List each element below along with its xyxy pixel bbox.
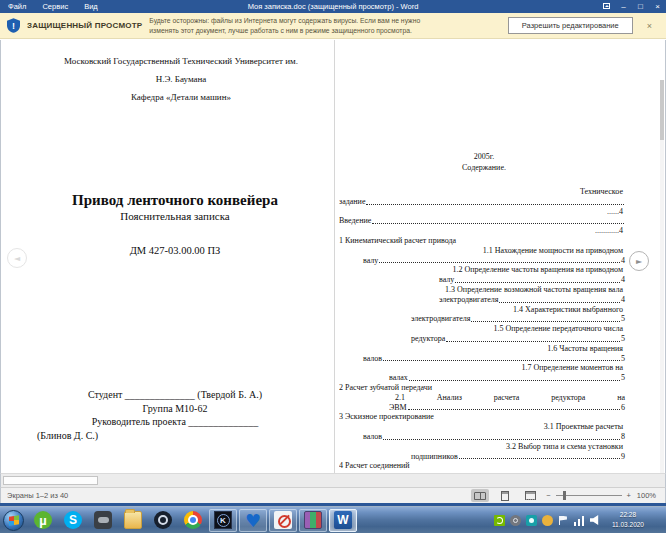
- university-line-1: Московский Государственный Технический У…: [31, 52, 331, 70]
- system-tray: 22:28 11.03.2020: [494, 510, 666, 530]
- department-line: Кафедра «Детали машин»: [31, 88, 331, 106]
- toc-entry-text: 3.2 Выбор типа и схема установки: [506, 442, 623, 451]
- close-button[interactable]: ×: [649, 0, 666, 13]
- nvidia-tray-icon[interactable]: [494, 515, 505, 526]
- zoom-level[interactable]: 100%: [636, 491, 656, 500]
- vertical-scrollbar-thumb[interactable]: [660, 80, 664, 140]
- toc-line: 2.1 Анализ расчета редуктора на: [339, 393, 629, 403]
- toc-line: ......4: [339, 207, 629, 217]
- taskbar-app-button[interactable]: W: [329, 509, 357, 532]
- toc-dot-leader: [409, 380, 620, 381]
- toc-entry-text: 2 Расчет зубчатой передачи: [339, 383, 432, 393]
- ribbon-display-options-button[interactable]: [598, 0, 615, 13]
- toc-line: 1.3 Определение возможной частоты вращен…: [339, 285, 629, 295]
- menu-item[interactable]: Вид: [76, 0, 106, 13]
- taskbar-app-button[interactable]: [119, 509, 147, 532]
- toc-line: 3.2 Выбор типа и схема установки: [339, 442, 629, 452]
- taskbar-app-button[interactable]: [149, 509, 177, 532]
- toc-line: 1.4 Характеристики выбранного: [339, 305, 629, 315]
- taskbar-app-button[interactable]: [179, 509, 207, 532]
- toc-dot-leader: [499, 302, 620, 303]
- volume-tray-icon[interactable]: [590, 515, 601, 526]
- year-line: 2005г.: [339, 151, 629, 162]
- start-button[interactable]: [3, 510, 24, 531]
- taskbar-app-button[interactable]: [89, 509, 117, 532]
- document-subtitle: Пояснительная записка: [19, 209, 331, 223]
- horizontal-scrollbar[interactable]: [0, 473, 666, 487]
- toc-line: задание: [339, 197, 629, 207]
- zoom-slider[interactable]: [556, 495, 622, 496]
- zoom-in-button[interactable]: +: [627, 491, 631, 500]
- toc-line: 2 Расчет зубчатой передачи: [339, 383, 629, 393]
- vertical-scrollbar[interactable]: [660, 80, 664, 513]
- toc-dot-leader: [366, 204, 624, 205]
- document-area: ◄ ► Московский Государственный Техническ…: [0, 40, 666, 473]
- network-tray-icon[interactable]: [574, 515, 585, 526]
- banner-close-icon[interactable]: ×: [640, 21, 659, 31]
- toc-line: ЭВМ 6: [339, 403, 629, 413]
- taskbar-apps: µ S: [28, 507, 358, 533]
- toc-dot-leader: [408, 409, 620, 410]
- protected-view-label: ЗАЩИЩЕННЫЙ ПРОСМОТР: [27, 21, 142, 30]
- pages-indicator: Экраны 1–2 из 40: [1, 491, 68, 500]
- ribbon-display-options-icon: [603, 3, 610, 9]
- toc-dot-leader: [471, 321, 620, 322]
- taskbar-app-button[interactable]: µ: [29, 509, 57, 532]
- minimize-button[interactable]: –: [615, 0, 632, 13]
- supervisor-name: (Блинов Д. С.): [19, 429, 331, 443]
- toc-entry-text: 1.4 Характеристики выбранного: [513, 305, 623, 314]
- toc-entry-text: ЭВМ: [389, 403, 407, 413]
- taskbar-app-button[interactable]: [299, 509, 327, 532]
- toc-entry-text: 1.6 Частоты вращения: [547, 344, 623, 353]
- maximize-button[interactable]: □: [632, 0, 649, 13]
- taskbar-clock[interactable]: 22:28 11.03.2020: [612, 510, 644, 530]
- action-center-flag-icon[interactable]: [558, 515, 569, 526]
- toc-heading: Содержание.: [339, 162, 629, 173]
- toc-entry-text: ......4: [607, 207, 623, 216]
- toc-line: валу 4: [339, 256, 629, 266]
- messenger-tray-icon[interactable]: [526, 515, 537, 526]
- horizontal-scrollbar-thumb[interactable]: [3, 476, 98, 485]
- print-layout-icon: [501, 491, 509, 501]
- print-layout-button[interactable]: [496, 489, 514, 502]
- read-mode-button[interactable]: [471, 489, 489, 502]
- toc-entry-text: 1.3 Определение возможной частоты вращен…: [445, 285, 623, 294]
- toc-entry-text: валов: [363, 354, 382, 364]
- steam-tray-icon[interactable]: [510, 515, 521, 526]
- toc-dot-leader: [379, 262, 620, 263]
- toc-line: валов 5: [339, 354, 629, 364]
- menu-item[interactable]: Файл: [0, 0, 34, 13]
- zoom-slider-thumb[interactable]: [563, 491, 566, 500]
- page-divider: [334, 40, 335, 473]
- toc-page-number: 6: [621, 403, 625, 413]
- taskbar-app-button[interactable]: ♥: [239, 509, 267, 532]
- windows-logo-icon: [9, 515, 19, 525]
- menu-item[interactable]: Сервис: [34, 0, 76, 13]
- toc-entry-text: валах: [389, 373, 408, 383]
- toc-line: подшипников 9: [339, 452, 629, 462]
- taskbar-app-button[interactable]: K: [209, 509, 237, 532]
- taskbar-app-button[interactable]: S: [59, 509, 87, 532]
- clock-time: 22:28: [612, 510, 644, 520]
- next-screen-button[interactable]: ►: [629, 251, 649, 271]
- toc-line: Техническое: [339, 187, 629, 197]
- status-bar: Экраны 1–2 из 40 − + 100%: [0, 487, 666, 503]
- taskbar-app-button[interactable]: [269, 509, 297, 532]
- toc-entry-text: Введение: [339, 216, 371, 226]
- read-mode-icon: [474, 492, 486, 500]
- toc-line: 3 Эскизное проектирование: [339, 412, 629, 422]
- toc-page-number: 4: [621, 256, 625, 266]
- toc-entry-text: валу: [363, 256, 378, 266]
- zoom-out-button[interactable]: −: [546, 491, 550, 500]
- file-explorer-icon: [124, 511, 142, 529]
- toc-page-number: 9: [621, 452, 625, 462]
- shield-icon: !: [7, 18, 20, 33]
- title-bar: Файл Сервис Вид Моя записка.doc (защищен…: [0, 0, 666, 13]
- web-layout-button[interactable]: [521, 489, 539, 502]
- toc-line: 1 Кинематический расчет привода: [339, 236, 629, 246]
- update-tray-icon[interactable]: [542, 515, 553, 526]
- toc-page-number: 5: [621, 354, 625, 364]
- enable-editing-button[interactable]: Разрешить редактирование: [508, 17, 633, 34]
- heart-app-icon: ♥: [244, 511, 262, 529]
- toc-line: валах 5: [339, 373, 629, 383]
